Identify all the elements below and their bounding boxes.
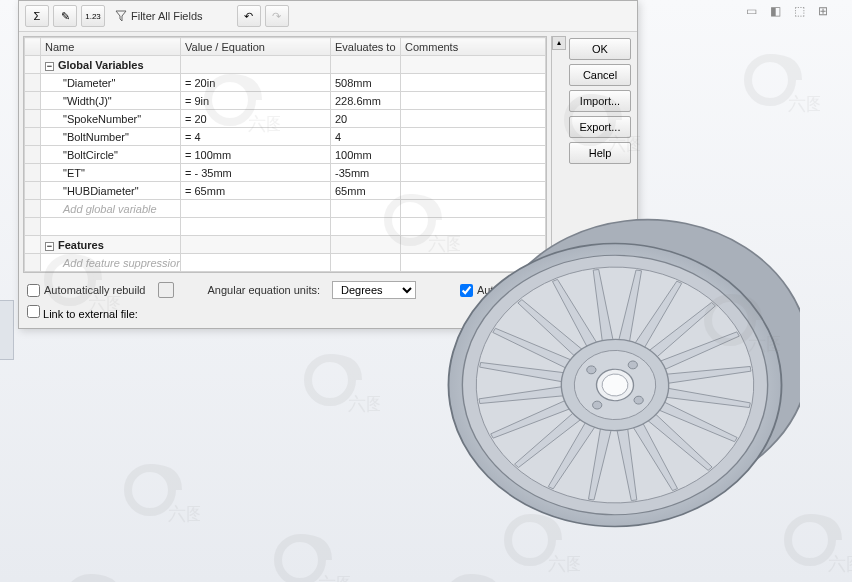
view-icon-3[interactable]: ⬚ xyxy=(790,2,808,20)
undo-icon[interactable]: ↶ xyxy=(237,5,261,27)
table-row[interactable]: "Width(J)"= 9in228.6mm xyxy=(25,92,546,110)
svg-point-22 xyxy=(128,468,172,512)
wheel-model[interactable] xyxy=(430,200,800,570)
cancel-button[interactable]: Cancel xyxy=(569,64,631,86)
table-row[interactable]: "SpokeNumber"= 2020 xyxy=(25,110,546,128)
table-row[interactable]: "ET"= - 35mm-35mm xyxy=(25,164,546,182)
col-name[interactable]: Name xyxy=(41,38,181,56)
svg-text:六图网: 六图网 xyxy=(348,394,380,414)
view-icon-1[interactable]: ▭ xyxy=(742,2,760,20)
svg-text:六图网: 六图网 xyxy=(828,554,852,574)
table-row[interactable]: "BoltCircle"= 100mm100mm xyxy=(25,146,546,164)
view-icon-4[interactable]: ⊞ xyxy=(814,2,832,20)
grid-header-row: Name Value / Equation Evaluates to Comme… xyxy=(25,38,546,56)
col-value[interactable]: Value / Equation xyxy=(181,38,331,56)
angular-units-select[interactable]: Degrees xyxy=(332,281,416,299)
col-eval[interactable]: Evaluates to xyxy=(331,38,401,56)
table-row[interactable]: "BoltNumber"= 44 xyxy=(25,128,546,146)
side-tab[interactable] xyxy=(0,300,14,360)
scroll-up-icon[interactable]: ▴ xyxy=(552,36,566,50)
svg-point-32 xyxy=(448,578,492,582)
svg-point-20 xyxy=(748,58,792,102)
redo-icon[interactable]: ↷ xyxy=(265,5,289,27)
svg-point-24 xyxy=(308,358,352,402)
dimension-icon[interactable]: 1.23 xyxy=(81,5,105,27)
funnel-icon xyxy=(115,10,127,22)
export-button[interactable]: Export... xyxy=(569,116,631,138)
svg-text:六图网: 六图网 xyxy=(318,574,350,582)
table-row[interactable]: −Global Variables xyxy=(25,56,546,74)
table-row[interactable]: "HUBDiameter"= 65mm65mm xyxy=(25,182,546,200)
sketch-icon[interactable]: ✎ xyxy=(53,5,77,27)
table-row[interactable]: "Diameter"= 20in508mm xyxy=(25,74,546,92)
angular-units-label: Angular equation units: xyxy=(208,284,321,296)
col-comments[interactable]: Comments xyxy=(401,38,546,56)
svg-text:六图网: 六图网 xyxy=(788,94,820,114)
sigma-icon[interactable]: Σ xyxy=(25,5,49,27)
svg-point-36 xyxy=(278,538,322,582)
help-button[interactable]: Help xyxy=(569,142,631,164)
filter-label: Filter All Fields xyxy=(131,10,203,22)
ok-button[interactable]: OK xyxy=(569,38,631,60)
import-button[interactable]: Import... xyxy=(569,90,631,112)
view-icon-2[interactable]: ◧ xyxy=(766,2,784,20)
traffic-light-icon[interactable] xyxy=(158,282,174,298)
svg-point-30 xyxy=(68,578,112,582)
auto-rebuild-checkbox[interactable]: Automatically rebuild xyxy=(27,284,146,297)
link-external-checkbox[interactable]: Link to external file: xyxy=(27,308,138,320)
filter-field[interactable]: Filter All Fields xyxy=(109,10,209,22)
dialog-toolbar: Σ ✎ 1.23 Filter All Fields ↶ ↷ xyxy=(19,1,637,32)
svg-text:六图网: 六图网 xyxy=(168,504,200,524)
